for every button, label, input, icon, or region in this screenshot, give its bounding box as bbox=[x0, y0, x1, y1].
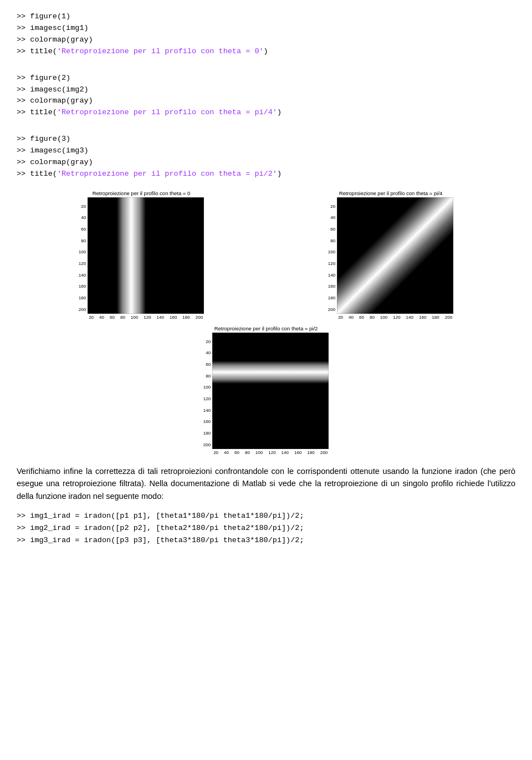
plot1-canvas bbox=[88, 197, 204, 314]
plot1-title: Retroproiezione per il profilo con theta… bbox=[93, 190, 191, 196]
plot3-y-labels: 20 40 60 80 100 120 140 160 180 200 bbox=[203, 333, 212, 455]
plot1-y-labels: 20 40 60 80 100 120 140 160 180 200 bbox=[79, 197, 88, 320]
plot3-canvas bbox=[212, 333, 329, 449]
code-line-4: >> title('Retroproiezione per il profilo… bbox=[17, 46, 515, 58]
code-bottom-line-3: >> img3_irad = iradon([p3 p3], [theta3*1… bbox=[17, 534, 515, 547]
plot3-title: Retroproiezione per il profilo con theta… bbox=[214, 325, 318, 331]
figures-row-bottom: Retroproiezione per il profilo con theta… bbox=[17, 325, 515, 455]
code-bottom-line-1: >> img1_irad = iradon([p1 p1], [theta1*1… bbox=[17, 510, 515, 522]
code-bottom-block: >> img1_irad = iradon([p1 p1], [theta1*1… bbox=[17, 510, 515, 546]
code-line-6: >> imagesc(img2) bbox=[17, 84, 515, 96]
code-line-11: >> colormap(gray) bbox=[17, 157, 515, 169]
plot2-canvas-wrap: 20 40 60 80 100 120 140 160 180 200 bbox=[337, 197, 453, 320]
figures-row-top: Retroproiezione per il profilo con theta… bbox=[17, 190, 515, 320]
code-line-9: >> figure(3) bbox=[17, 134, 515, 145]
prose-paragraph: Verifichiamo infine la correttezza di ta… bbox=[17, 465, 515, 502]
plot3-canvas-wrap: 20 40 60 80 100 120 140 160 180 200 bbox=[212, 333, 329, 455]
code-bottom-line-2: >> img2_irad = iradon([p2 p2], [theta2*1… bbox=[17, 522, 515, 534]
code-line-10: >> imagesc(img3) bbox=[17, 145, 515, 157]
figure-3: Retroproiezione per il profilo con theta… bbox=[203, 325, 329, 455]
code-line-8: >> title('Retroproiezione per il profilo… bbox=[17, 107, 515, 119]
plot2-x-labels: 20 40 60 80 100 120 140 160 180 200 bbox=[337, 314, 453, 320]
plot2-area: 20 40 60 80 100 120 140 160 180 200 20 4… bbox=[328, 197, 453, 320]
code-line-2: >> imagesc(img1) bbox=[17, 23, 515, 34]
plot3-area: 20 40 60 80 100 120 140 160 180 200 20 4… bbox=[203, 333, 329, 455]
code-line-3: >> colormap(gray) bbox=[17, 34, 515, 46]
code-top-block: >> figure(1) >> imagesc(img1) >> colorma… bbox=[17, 11, 515, 180]
plot1-x-labels: 20 40 60 80 100 120 140 160 180 200 bbox=[88, 314, 204, 320]
plot2-y-labels: 20 40 60 80 100 120 140 160 180 200 bbox=[328, 197, 337, 320]
code-line-12: >> title('Retroproiezione per il profilo… bbox=[17, 169, 515, 180]
code-line-7: >> colormap(gray) bbox=[17, 95, 515, 107]
figure-2: Retroproiezione per il profilo con theta… bbox=[328, 190, 453, 320]
plot3-x-labels: 20 40 60 80 100 120 140 160 180 200 bbox=[212, 449, 329, 455]
plot2-title: Retroproiezione per il profilo con theta… bbox=[339, 190, 443, 196]
code-line-5: >> figure(2) bbox=[17, 73, 515, 84]
plot2-canvas bbox=[337, 197, 453, 314]
plot1-canvas-wrap: 20 40 60 80 100 120 140 160 180 200 bbox=[88, 197, 204, 320]
code-line-1: >> figure(1) bbox=[17, 11, 515, 23]
plot1-area: 20 40 60 80 100 120 140 160 180 200 20 4… bbox=[79, 197, 204, 320]
figure-1: Retroproiezione per il profilo con theta… bbox=[79, 190, 204, 320]
